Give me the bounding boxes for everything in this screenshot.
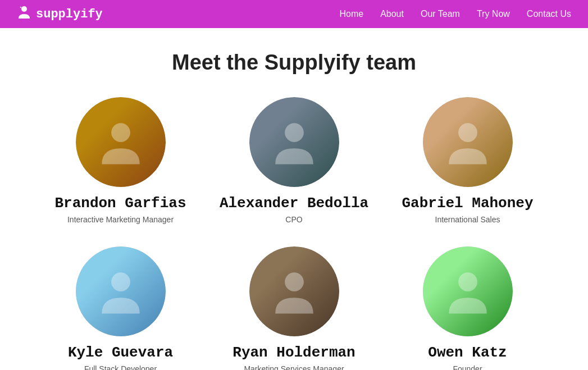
member-role: CPO (285, 215, 302, 224)
member-name: Gabriel Mahoney (402, 195, 533, 212)
svg-point-2 (111, 123, 130, 142)
member-role: Full Stack Developer (84, 364, 157, 370)
avatar (76, 97, 166, 187)
svg-point-6 (285, 272, 304, 291)
avatar-placeholder (76, 97, 166, 187)
member-name: Alexander Bedolla (220, 195, 368, 212)
team-member: Brandon Garfias Interactive Marketing Ma… (34, 92, 207, 230)
nav-about[interactable]: About (380, 9, 404, 19)
member-name: Brandon Garfias (54, 195, 186, 212)
member-role: Marketing Services Manager (244, 364, 344, 370)
nav-try-now[interactable]: Try Now (477, 9, 510, 19)
svg-point-4 (458, 123, 477, 142)
avatar-placeholder (423, 97, 513, 187)
svg-line-1 (20, 7, 21, 8)
team-member: Alexander Bedolla CPO (207, 92, 381, 230)
team-member: Owen Katz Founder (381, 241, 554, 370)
team-member: Ryan Holderman Marketing Services Manage… (207, 241, 381, 370)
avatar (423, 246, 513, 336)
nav-home[interactable]: Home (339, 9, 363, 19)
avatar (423, 97, 513, 187)
team-member: Gabriel Mahoney International Sales (381, 92, 554, 230)
avatar-placeholder (76, 246, 166, 336)
member-role: International Sales (435, 215, 500, 224)
avatar (249, 246, 339, 336)
nav-links: Home About Our Team Try Now Contact Us (339, 9, 571, 19)
avatar (249, 97, 339, 187)
avatar-placeholder (249, 246, 339, 336)
member-role: Founder (453, 364, 482, 370)
avatar (76, 246, 166, 336)
nav-our-team[interactable]: Our Team (421, 9, 460, 19)
svg-point-5 (111, 272, 130, 291)
member-name: Owen Katz (428, 344, 507, 361)
svg-point-3 (285, 123, 304, 142)
avatar-placeholder (249, 97, 339, 187)
team-member: Kyle Guevara Full Stack Developer (34, 241, 207, 370)
logo-icon (17, 5, 31, 24)
member-name: Kyle Guevara (68, 344, 173, 361)
svg-point-0 (21, 6, 27, 12)
nav-contact-us[interactable]: Contact Us (527, 9, 571, 19)
member-role: Interactive Marketing Manager (67, 215, 174, 224)
navbar: supplyify Home About Our Team Try Now Co… (0, 0, 588, 28)
logo-text: supplyify (36, 7, 103, 21)
team-grid: Brandon Garfias Interactive Marketing Ma… (0, 92, 588, 370)
member-name: Ryan Holderman (233, 344, 355, 361)
page-title: Meet the Supplyify team (0, 51, 588, 75)
logo[interactable]: supplyify (17, 5, 103, 24)
svg-point-7 (458, 272, 477, 291)
avatar-placeholder (423, 246, 513, 336)
